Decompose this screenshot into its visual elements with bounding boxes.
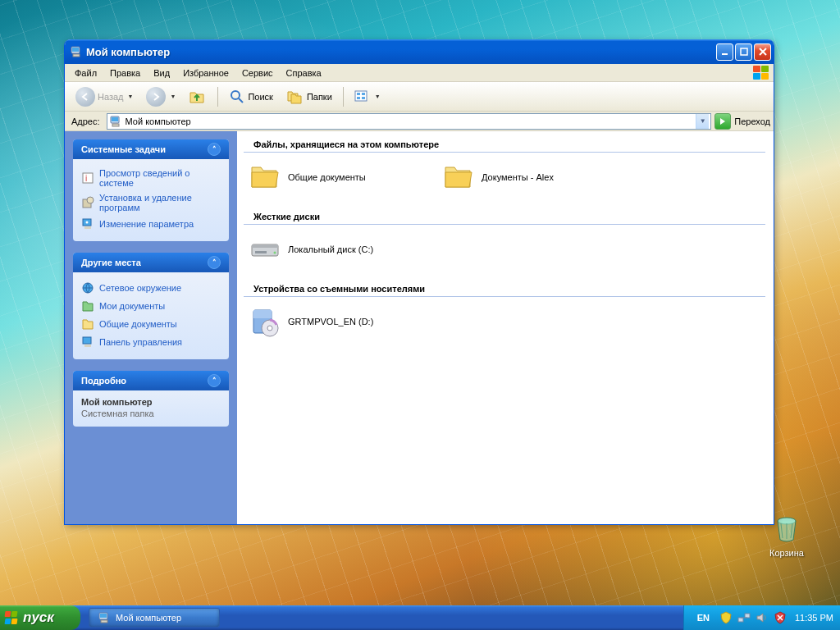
computer-icon xyxy=(109,115,122,128)
menubar: Файл Правка Вид Избранное Сервис Справка xyxy=(65,64,774,82)
item-shared-documents[interactable]: Общие документы xyxy=(247,159,434,195)
taskbar-item-label: Мой компьютер xyxy=(116,613,181,623)
task-label: Просмотр сведений о системе xyxy=(99,168,221,188)
svg-rect-14 xyxy=(112,117,118,121)
search-button[interactable]: Поиск xyxy=(223,85,278,108)
folders-button[interactable]: Папки xyxy=(281,85,338,108)
svg-point-28 xyxy=(274,252,276,254)
menu-help[interactable]: Справка xyxy=(280,66,328,80)
titlebar[interactable]: Мой компьютер xyxy=(65,39,774,64)
address-input[interactable]: Мой компьютер ▼ xyxy=(107,113,712,130)
chevron-down-icon: ▼ xyxy=(170,94,176,99)
forward-button[interactable]: ▼ xyxy=(140,84,181,110)
item-local-disk-c[interactable]: Локальный диск (C:) xyxy=(247,231,434,267)
taskbar: пуск Мой компьютер EN 11:35 PM xyxy=(0,605,840,630)
control-panel-icon xyxy=(81,217,94,231)
language-indicator[interactable]: EN xyxy=(692,613,714,623)
task-change-setting[interactable]: Изменение параметра xyxy=(81,215,221,233)
menu-favorites[interactable]: Избранное xyxy=(176,66,235,80)
svg-point-22 xyxy=(86,221,89,224)
go-button[interactable] xyxy=(714,113,731,130)
menu-tools[interactable]: Сервис xyxy=(235,66,280,80)
task-label: Установка и удаление программ xyxy=(99,193,221,212)
back-label: Назад xyxy=(98,92,124,102)
folders-icon xyxy=(286,89,304,105)
place-control-panel[interactable]: Панель управления xyxy=(81,333,221,351)
start-button[interactable]: пуск xyxy=(0,605,80,630)
chevron-up-icon: ˄ xyxy=(208,143,221,156)
svg-rect-27 xyxy=(252,244,278,248)
item-label: GRTMPVOL_EN (D:) xyxy=(288,316,373,327)
group-header-drives: Жесткие диски xyxy=(244,207,765,225)
task-view-system-info[interactable]: i Просмотр сведений о системе xyxy=(81,166,221,190)
svg-rect-2 xyxy=(72,48,79,52)
system-tasks-panel: Системные задачи ˄ i Просмотр сведений о… xyxy=(73,139,229,241)
tray-shield-icon[interactable] xyxy=(719,611,733,624)
control-panel-icon xyxy=(81,336,94,349)
chevron-up-icon: ˄ xyxy=(208,256,221,269)
toolbar-separator xyxy=(343,87,344,107)
taskbar-item-my-computer[interactable]: Мой компьютер xyxy=(89,608,220,628)
address-label: Адрес: xyxy=(68,116,103,126)
details-header[interactable]: Подробно ˄ xyxy=(73,371,229,390)
task-label: Изменение параметра xyxy=(99,219,194,229)
panel-title: Подробно xyxy=(81,376,126,386)
clock[interactable]: 11:35 PM xyxy=(792,613,833,623)
go-arrow-icon xyxy=(718,116,728,126)
svg-line-7 xyxy=(239,98,243,103)
system-tasks-header[interactable]: Системные задачи ˄ xyxy=(73,139,229,159)
svg-rect-12 xyxy=(362,97,365,99)
item-label: Локальный диск (C:) xyxy=(288,244,373,255)
svg-rect-21 xyxy=(84,226,91,229)
group-header-removable: Устройства со съемными носителями xyxy=(244,279,765,297)
tray-volume-icon[interactable] xyxy=(756,611,769,624)
network-icon xyxy=(81,281,94,294)
panel-title: Системные задачи xyxy=(81,144,166,154)
svg-rect-37 xyxy=(738,618,743,622)
folder-up-icon xyxy=(189,88,207,106)
views-icon xyxy=(354,89,371,104)
item-user-documents[interactable]: Документы - Alex xyxy=(441,159,628,195)
tray-security-icon[interactable] xyxy=(774,611,787,624)
go-label: Переход xyxy=(734,116,770,126)
recycle-bin-icon xyxy=(772,515,801,545)
programs-icon xyxy=(81,196,94,209)
content-pane: Файлы, хранящиеся на этом компьютере Общ… xyxy=(237,131,774,524)
windows-logo-icon xyxy=(5,611,20,624)
svg-rect-24 xyxy=(83,337,91,344)
menu-file[interactable]: Файл xyxy=(68,66,103,80)
views-button[interactable]: ▼ xyxy=(349,86,386,107)
minimize-button[interactable] xyxy=(716,43,733,61)
tray-network-icon[interactable] xyxy=(737,611,751,624)
task-add-remove-programs[interactable]: Установка и удаление программ xyxy=(81,190,221,215)
svg-point-19 xyxy=(87,197,94,203)
menu-view[interactable]: Вид xyxy=(147,66,176,80)
svg-rect-31 xyxy=(253,310,272,318)
chevron-up-icon: ˄ xyxy=(208,374,221,387)
svg-rect-10 xyxy=(362,93,365,95)
up-button[interactable] xyxy=(183,84,212,109)
documents-icon xyxy=(81,299,94,313)
place-label: Общие документы xyxy=(99,319,177,329)
start-label: пуск xyxy=(23,609,54,626)
item-cd-drive-d[interactable]: GRTMPVOL_EN (D:) xyxy=(247,304,434,340)
other-places-header[interactable]: Другие места ˄ xyxy=(73,253,229,272)
toolbar: Назад ▼ ▼ Поиск Папки xyxy=(65,82,774,112)
details-panel: Подробно ˄ Мой компьютер Системная папка xyxy=(73,371,229,427)
svg-rect-29 xyxy=(255,251,267,253)
computer-icon xyxy=(70,45,83,58)
maximize-button[interactable] xyxy=(735,43,752,61)
back-button[interactable]: Назад ▼ xyxy=(70,84,139,110)
window-title: Мой компьютер xyxy=(86,46,716,58)
place-my-documents[interactable]: Мои документы xyxy=(81,297,221,315)
toolbar-separator xyxy=(217,87,218,107)
place-network[interactable]: Сетевое окружение xyxy=(81,279,221,297)
other-places-panel: Другие места ˄ Сетевое окружение Мои док… xyxy=(73,253,229,359)
close-button[interactable] xyxy=(754,43,771,61)
place-shared-documents[interactable]: Общие документы xyxy=(81,315,221,333)
details-name: Мой компьютер xyxy=(81,397,221,407)
address-dropdown-button[interactable]: ▼ xyxy=(696,114,709,129)
desktop-icon-label: Корзина xyxy=(758,548,815,558)
place-label: Панель управления xyxy=(99,337,182,347)
menu-edit[interactable]: Правка xyxy=(103,66,147,80)
